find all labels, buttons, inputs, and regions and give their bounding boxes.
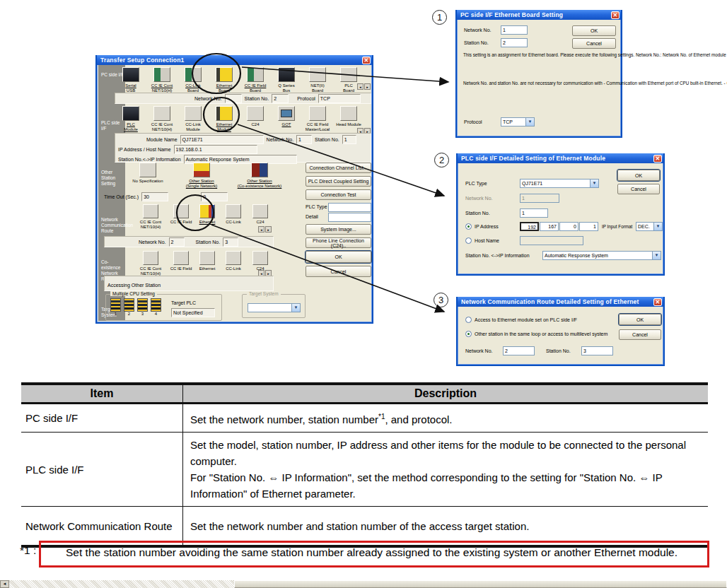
pc-network-no-field[interactable] — [225, 94, 242, 103]
cpu3-icon[interactable] — [137, 298, 148, 312]
retry-field[interactable]: 0 — [201, 192, 228, 201]
got-icon[interactable] — [278, 106, 295, 121]
pager-right-icon[interactable]: ▸ — [364, 83, 371, 90]
ok-button[interactable]: OK — [572, 25, 616, 36]
c24-module-icon[interactable] — [247, 106, 264, 121]
cc-link-board-icon[interactable] — [185, 67, 202, 82]
pager-left-icon[interactable]: ◂ — [258, 226, 264, 233]
cancel-button[interactable]: Cancel — [572, 38, 616, 49]
ok-button[interactable]: OK — [617, 170, 660, 181]
head-module-label[interactable]: Head Module — [336, 122, 361, 127]
station-no-input[interactable]: 2 — [501, 38, 528, 47]
network-no-input[interactable]: 1 — [501, 25, 528, 35]
other-station-coex-label[interactable]: Other Station (Co-existence Network) — [238, 179, 282, 189]
ok-button[interactable]: OK — [306, 251, 371, 263]
ip-octet-1[interactable]: 192 — [520, 222, 539, 231]
netii-board-label[interactable]: NET(II) Board — [310, 83, 324, 93]
ip-octet-2[interactable]: 167 — [540, 222, 559, 231]
dialog2-titlebar[interactable]: PLC side I/F Detailed Setting of Etherne… — [458, 153, 663, 163]
ethernet-module-icon[interactable] — [216, 106, 233, 121]
pager-left-icon[interactable]: ◂ — [357, 83, 364, 90]
pc-row-pager[interactable]: ◂▸ — [357, 83, 371, 90]
ip-address-radio[interactable] — [465, 223, 472, 230]
plc-network-no-field[interactable]: 1 — [296, 135, 312, 144]
other-station-coex-icon[interactable] — [251, 163, 268, 177]
dialog1-titlebar[interactable]: PC side I/F Ethernet Board Setting ✕ — [457, 10, 621, 20]
ethernet-board-icon[interactable] — [216, 67, 233, 82]
station-no-input[interactable]: 1 — [520, 208, 548, 218]
protocol-dropdown[interactable]: TCP▼ — [501, 117, 535, 127]
cc-ie-cont-board-icon[interactable] — [153, 67, 170, 82]
c24-module-label[interactable]: C24 — [251, 122, 259, 127]
coex-cc-ie-field-icon[interactable] — [173, 251, 189, 265]
timeout-field[interactable]: 30 — [141, 192, 168, 201]
route-c24-label[interactable]: C24 — [256, 220, 264, 225]
pager-right-icon[interactable]: ▸ — [265, 226, 272, 233]
scrollbar-thumb[interactable] — [234, 580, 727, 588]
ip-address-radio-row[interactable]: IP Address — [465, 223, 499, 230]
stno-ip-info-dropdown[interactable]: Automatic Response System▼ — [542, 251, 661, 260]
route-cc-link-icon[interactable] — [226, 204, 241, 218]
cpu1-icon[interactable] — [110, 298, 121, 312]
cc-ie-field-board-label[interactable]: CC IE Field Board — [245, 83, 267, 93]
plc-direct-coupled-button[interactable]: PLC Direct Coupled Setting — [306, 176, 371, 187]
plc-module-icon[interactable] — [122, 106, 139, 121]
system-image-button[interactable]: System Image... — [306, 224, 371, 235]
route-ethernet-label[interactable]: Ethernet — [199, 220, 216, 225]
cpu4-icon[interactable] — [151, 298, 161, 312]
other-station-single-label[interactable]: Other Station (Single Network) — [186, 179, 217, 189]
connection-test-button[interactable]: Connection Test — [306, 189, 371, 200]
route-ethernet-icon[interactable] — [199, 204, 215, 218]
coex-ethernet-label[interactable]: Ethernet — [199, 266, 216, 271]
close-icon[interactable]: ✕ — [611, 11, 620, 19]
q-series-bus-label[interactable]: Q Series Bus — [278, 83, 294, 93]
target-system-dropdown[interactable]: ▼ — [248, 303, 301, 312]
cc-link-board-label[interactable]: CC-Link Board — [185, 83, 201, 93]
transfer-setup-titlebar[interactable]: Transfer Setup Connection1 ✕ — [97, 55, 372, 65]
horizontal-scrollbar[interactable]: ◄ — [0, 580, 727, 588]
route-station-no-field[interactable]: 3 — [223, 237, 238, 247]
dialog3-titlebar[interactable]: Network Communication Route Detailed Set… — [458, 297, 663, 307]
ip-host-field[interactable]: 192.168.0.1 — [174, 145, 257, 154]
host-name-radio-row[interactable]: Host Name — [465, 237, 499, 244]
cancel-button[interactable]: Cancel — [619, 329, 661, 340]
route-c24-icon[interactable] — [252, 204, 268, 218]
serial-usb-icon[interactable] — [122, 67, 139, 82]
cancel-button[interactable]: Cancel — [306, 266, 371, 277]
close-icon[interactable]: ✕ — [653, 155, 662, 163]
coex-cc-link-icon[interactable] — [226, 251, 241, 265]
other-station-radio-row[interactable]: Other station in the same loop or access… — [465, 331, 607, 337]
coex-c24-icon[interactable] — [252, 251, 268, 265]
serial-usb-label[interactable]: Serial USB — [125, 83, 136, 93]
cpu2-icon[interactable] — [124, 298, 134, 312]
scroll-left-icon[interactable]: ◄ — [0, 580, 9, 588]
cc-link-module-label[interactable]: CC-Link Module — [185, 122, 201, 132]
route-cc-link-label[interactable]: CC-Link — [226, 220, 241, 225]
head-module-icon[interactable] — [340, 106, 357, 121]
coex-cc-link-label[interactable]: CC-Link — [226, 266, 241, 271]
cc-link-module-icon[interactable] — [185, 106, 202, 121]
cc-ie-field-master-icon[interactable] — [309, 106, 326, 121]
ip-input-format-dropdown[interactable]: DEC.▼ — [636, 222, 663, 231]
coex-cc-ie-cont-label[interactable]: CC IE Cont NET/10(H) — [140, 266, 161, 276]
ip-octet-3[interactable]: 0 — [559, 222, 578, 231]
phone-line-connection-button[interactable]: Phone Line Connection (C24).. — [306, 237, 371, 248]
close-icon[interactable]: ✕ — [653, 298, 662, 306]
cc-ie-field-board-icon[interactable] — [247, 67, 264, 82]
plc-board-icon[interactable] — [340, 67, 357, 82]
ip-octet-4[interactable]: 1 — [579, 222, 598, 231]
ok-button[interactable]: OK — [619, 314, 661, 325]
ethernet-module-label[interactable]: Ethernet Module — [216, 122, 233, 132]
connection-channel-list-button[interactable]: Connection Channel List... — [306, 163, 371, 173]
ethernet-board-label[interactable]: Ethernet Board — [216, 83, 233, 93]
network-no-input[interactable]: 2 — [503, 346, 535, 355]
plc-type-dropdown[interactable]: QJ71E71▼ — [520, 179, 599, 188]
no-specification-icon[interactable] — [139, 163, 156, 177]
q-series-bus-icon[interactable] — [278, 67, 295, 82]
host-name-radio[interactable] — [465, 237, 472, 244]
cc-ie-cont-module-icon[interactable] — [153, 106, 170, 121]
coex-cc-ie-field-label[interactable]: CC IE Field — [170, 266, 192, 271]
cancel-button[interactable]: Cancel — [617, 184, 660, 194]
close-icon[interactable]: ✕ — [362, 57, 371, 64]
got-label[interactable]: GOT — [282, 122, 291, 127]
